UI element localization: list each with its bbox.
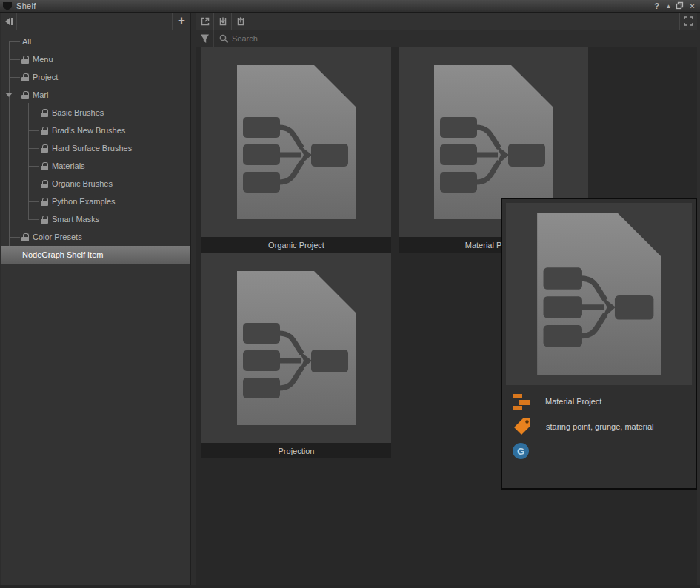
tree-item-project[interactable]: Project: [1, 68, 190, 86]
pop-out-button[interactable]: [196, 13, 214, 30]
nodegraph-document-icon: [434, 65, 553, 219]
tag-icon: [513, 417, 532, 436]
magnifier-icon: [216, 33, 232, 44]
shelf-item-thumbnail: [201, 253, 391, 443]
tooltip-title: Material Project: [545, 397, 601, 406]
add-shelf-button[interactable]: +: [172, 13, 190, 30]
lock-icon: [41, 198, 48, 206]
lock-icon: [21, 56, 29, 64]
tree-item-color-presets[interactable]: Color Presets: [1, 228, 190, 246]
tooltip-title-row: Material Project: [502, 392, 696, 410]
expand-corners-icon: [683, 16, 694, 27]
sidebar-header: +: [1, 13, 190, 30]
nodegraph-icon: [513, 392, 531, 410]
tooltip-tags-row: staring point, grunge, material: [502, 417, 696, 436]
shelf-item-label: Projection: [201, 443, 391, 458]
tree-item-hard-surface-brushes[interactable]: Hard Surface Brushes: [1, 139, 190, 157]
tree-item-all[interactable]: All: [1, 33, 190, 50]
tree-item-nodegraph-shelf-item[interactable]: NodeGraph Shelf Item: [1, 246, 190, 264]
collapse-panel-button[interactable]: [1, 13, 17, 30]
help-button[interactable]: ?: [652, 1, 661, 11]
collapse-left-icon: [4, 17, 14, 26]
search-bar: [196, 30, 697, 47]
filter-button[interactable]: [196, 30, 214, 47]
search-input[interactable]: [232, 34, 697, 43]
lock-icon: [41, 109, 48, 117]
tree-item-brads-new-brushes[interactable]: Brad's New Brushes: [1, 121, 190, 139]
shade-button[interactable]: ▲: [664, 1, 673, 11]
tooltip-thumbnail: [506, 203, 692, 385]
float-window-icon: [676, 1, 684, 10]
shelf-toolbar: [196, 13, 697, 30]
nodegraph-document-icon: [237, 271, 356, 425]
lock-icon: [41, 180, 48, 188]
export-shelf-icon: [235, 16, 247, 27]
lock-icon: [41, 162, 48, 170]
filter-funnel-icon: [199, 33, 210, 44]
tree-item-smart-masks[interactable]: Smart Masks: [1, 210, 190, 228]
tree-item-organic-brushes[interactable]: Organic Brushes: [1, 175, 190, 193]
nodegraph-document-icon: [537, 213, 661, 375]
import-shelf-button[interactable]: [214, 13, 232, 30]
tree-item-mari[interactable]: Mari: [1, 86, 190, 104]
palette-handle-icon: [3, 2, 12, 10]
tree-item-materials[interactable]: Materials: [1, 157, 190, 175]
tooltip-tags: staring point, grunge, material: [546, 422, 654, 431]
float-button[interactable]: [676, 1, 685, 11]
tree-item-basic-brushes[interactable]: Basic Brushes: [1, 104, 190, 121]
lock-icon: [41, 127, 48, 135]
shelf-sidebar: + All Menu Project Mari: [1, 13, 191, 585]
tooltip-badge-row: G: [502, 443, 696, 459]
expand-view-button[interactable]: [679, 13, 697, 30]
export-shelf-button[interactable]: [232, 13, 250, 30]
shelf-item-label: Organic Project: [201, 237, 391, 253]
tree-item-python-examples[interactable]: Python Examples: [1, 193, 190, 210]
titlebar[interactable]: Shelf ? ▲ ×: [0, 0, 700, 13]
shelf-item-tooltip: Material Project staring point, grunge, …: [501, 198, 697, 490]
import-shelf-icon: [217, 16, 229, 27]
shelf-item-organic-project[interactable]: Organic Project: [201, 47, 391, 253]
shelf-tree: All Menu Project Mari Basic Brushes: [1, 33, 190, 264]
shelf-item-thumbnail: [201, 47, 391, 237]
tree-item-menu[interactable]: Menu: [1, 50, 190, 68]
pop-out-icon: [199, 16, 211, 27]
lock-icon: [41, 216, 48, 224]
close-button[interactable]: ×: [687, 1, 697, 11]
lock-icon: [21, 73, 29, 81]
lock-icon: [21, 91, 29, 99]
chevron-down-icon[interactable]: [5, 93, 13, 97]
window-title: Shelf: [16, 1, 36, 10]
lock-icon: [21, 233, 29, 241]
shelf-palette-window: Shelf ? ▲ × +: [0, 0, 700, 588]
group-badge: G: [513, 443, 529, 459]
lock-icon: [41, 144, 48, 153]
shelf-item-projection[interactable]: Projection: [201, 253, 391, 458]
nodegraph-document-icon: [237, 65, 356, 219]
